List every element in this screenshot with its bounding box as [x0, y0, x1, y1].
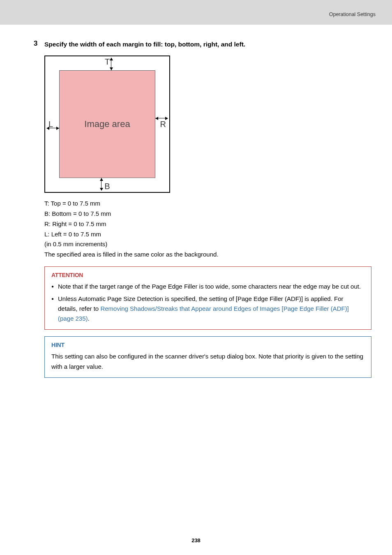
margin-diagram: Image area T B L R [44, 56, 170, 193]
attention-list: Note that if the target range of the Pag… [51, 282, 364, 324]
arrowhead-icon [56, 127, 59, 130]
step-number: 3 [21, 39, 44, 48]
hint-callout: HINT This setting can also be configured… [44, 336, 371, 378]
label-r: R [160, 120, 166, 129]
arrowhead-icon [155, 117, 158, 120]
content-area: 3 Specify the width of each margin to fi… [0, 25, 392, 555]
step-row: 3 Specify the width of each margin to fi… [21, 39, 371, 49]
image-area-label: Image area [84, 119, 130, 130]
line-inc: (in 0.5 mm increments) [44, 239, 371, 250]
attention-b2-suffix: . [88, 315, 90, 322]
attention-callout: ATTENTION Note that if the target range … [44, 266, 371, 330]
arrowhead-icon [110, 58, 113, 60]
section-title: Operational Settings [329, 12, 376, 17]
step-body: Image area T B L R T: Top = 0 to 7.5 [44, 56, 371, 378]
hint-title: HINT [51, 342, 364, 348]
attention-bullet-2: Unless Automatic Page Size Detection is … [51, 294, 364, 324]
line-l: L: Left = 0 to 7.5 mm [44, 229, 371, 240]
page-number: 238 [191, 537, 201, 543]
arrowhead-icon [110, 67, 113, 70]
page: Operational Settings 3 Specify the width… [0, 0, 392, 555]
line-b: B: Bottom = 0 to 7.5 mm [44, 209, 371, 219]
line-r: R: Right = 0 to 7.5 mm [44, 219, 371, 229]
line-t: T: Top = 0 to 7.5 mm [44, 199, 371, 209]
arrowhead-icon [100, 188, 103, 191]
attention-title: ATTENTION [51, 272, 364, 278]
line-note: The specified area is filled in the same… [44, 250, 371, 260]
label-b: B [104, 182, 110, 191]
step-instruction: Specify the width of each margin to fill… [44, 39, 245, 49]
attention-bullet-1: Note that if the target range of the Pag… [51, 282, 364, 291]
header-band: Operational Settings [0, 0, 392, 25]
hint-text: This setting can also be configured in t… [51, 352, 364, 372]
arrowhead-icon [100, 178, 103, 181]
arrowhead-icon [165, 117, 168, 120]
arrowhead-icon [46, 127, 49, 130]
label-t: T [105, 57, 110, 67]
page-edge-filler-link[interactable]: Removing Shadows/Streaks that Appear aro… [58, 305, 349, 322]
image-area-box: Image area [59, 70, 155, 178]
